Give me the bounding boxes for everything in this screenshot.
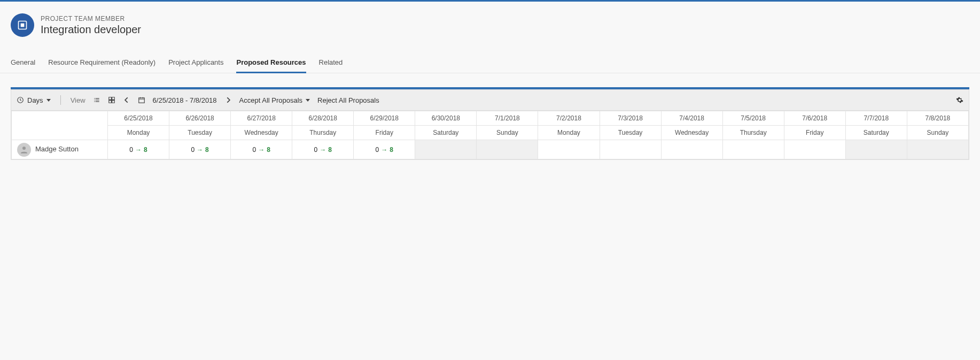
tab-general[interactable]: General: [11, 53, 35, 73]
schedule-cell[interactable]: [600, 140, 661, 159]
arrow-right-icon: →: [320, 146, 326, 154]
schedule-cell[interactable]: 0→8: [231, 140, 292, 159]
from-value: 0: [129, 146, 133, 154]
to-value: 8: [390, 146, 393, 154]
day-header: Tuesday: [600, 126, 661, 140]
list-icon: [93, 96, 100, 104]
from-value: 0: [376, 146, 379, 154]
from-value: 0: [191, 146, 195, 154]
svg-rect-1: [21, 24, 25, 27]
day-header: Tuesday: [169, 126, 231, 140]
date-header: 6/28/2018: [292, 111, 354, 126]
day-header: Wednesday: [231, 126, 292, 140]
date-header: 6/26/2018: [169, 111, 231, 126]
arrow-right-icon: →: [381, 146, 387, 154]
next-button[interactable]: [224, 96, 232, 104]
reject-all-label: Reject All Proposals: [317, 96, 379, 104]
granularity-label: Days: [27, 96, 43, 104]
day-header: Sunday: [907, 126, 968, 140]
prev-button[interactable]: [123, 96, 130, 104]
date-header: 7/2/2018: [538, 111, 600, 126]
schedule-cell[interactable]: [538, 140, 600, 159]
date-header: 6/25/2018: [108, 111, 169, 126]
from-value: 0: [314, 146, 318, 154]
date-range-label: 6/25/2018 - 7/8/2018: [153, 96, 217, 104]
day-header: Friday: [354, 126, 415, 140]
content: Days View 6/25/2018 - 7/8/2018 Acce: [0, 87, 980, 160]
granularity-picker[interactable]: Days: [17, 96, 51, 104]
avatar: [17, 143, 31, 157]
table-row: Madge Sutton0→80→80→80→80→8: [12, 140, 969, 159]
schedule-cell[interactable]: 0→8: [108, 140, 169, 159]
date-header: 7/1/2018: [477, 111, 538, 126]
tab-project-applicants[interactable]: Project Applicants: [168, 53, 223, 73]
schedule-cell[interactable]: [477, 140, 538, 159]
date-header: 7/6/2018: [784, 111, 845, 126]
schedule-cell[interactable]: 0→8: [354, 140, 415, 159]
date-header: 7/5/2018: [722, 111, 784, 126]
accept-all-button[interactable]: Accept All Proposals: [239, 96, 310, 104]
tab-proposed-resources[interactable]: Proposed Resources: [236, 53, 306, 73]
page-header: PROJECT TEAM MEMBER Integration develope…: [0, 2, 980, 53]
reject-all-button[interactable]: Reject All Proposals: [317, 96, 379, 104]
to-value: 8: [144, 146, 147, 154]
arrow-right-icon: →: [135, 146, 142, 154]
toolbar: Days View 6/25/2018 - 7/8/2018 Acce: [11, 89, 969, 111]
svg-rect-3: [138, 98, 144, 103]
day-header: Saturday: [415, 126, 477, 140]
day-header: Monday: [538, 126, 600, 140]
schedule-cell[interactable]: [661, 140, 722, 159]
schedule-cell[interactable]: 0→8: [292, 140, 354, 159]
tab-related[interactable]: Related: [319, 53, 343, 73]
to-value: 8: [328, 146, 332, 154]
date-header: 7/8/2018: [907, 111, 968, 126]
page-root: PROJECT TEAM MEMBER Integration develope…: [0, 0, 980, 360]
day-header: Monday: [108, 126, 169, 140]
chevron-down-icon: [46, 99, 51, 102]
accept-all-label: Accept All Proposals: [239, 96, 303, 104]
day-header: Thursday: [722, 126, 784, 140]
view-label: View: [71, 96, 85, 104]
day-header: Sunday: [477, 126, 538, 140]
clock-icon: [17, 96, 24, 104]
schedule-cell[interactable]: [722, 140, 784, 159]
schedule-cell[interactable]: [907, 140, 968, 159]
date-header: 7/4/2018: [661, 111, 722, 126]
date-header: 6/27/2018: [231, 111, 292, 126]
day-header: Friday: [784, 126, 845, 140]
grid-icon: [108, 96, 115, 104]
date-picker-button[interactable]: [138, 96, 145, 104]
schedule-grid: 6/25/20186/26/20186/27/20186/28/20186/29…: [11, 111, 969, 160]
header-text: PROJECT TEAM MEMBER Integration develope…: [41, 15, 141, 36]
separator: [60, 95, 61, 105]
to-value: 8: [267, 146, 270, 154]
date-header: 7/7/2018: [845, 111, 907, 126]
schedule-cell[interactable]: [784, 140, 845, 159]
date-header: 7/3/2018: [600, 111, 661, 126]
view-grid-button[interactable]: [108, 96, 115, 104]
tab-resource-requirement-readonly-[interactable]: Resource Requirement (Readonly): [48, 53, 155, 73]
date-header: 6/30/2018: [415, 111, 477, 126]
day-header: Thursday: [292, 126, 354, 140]
entity-icon: [11, 13, 34, 37]
to-value: 8: [205, 146, 209, 154]
gear-icon: [956, 96, 963, 104]
schedule-cell[interactable]: [415, 140, 477, 159]
resource-header: [12, 111, 108, 140]
breadcrumb: PROJECT TEAM MEMBER: [41, 15, 141, 22]
svg-point-4: [22, 147, 26, 150]
day-header: Wednesday: [661, 126, 722, 140]
tabs: GeneralResource Requirement (Readonly)Pr…: [0, 53, 980, 73]
calendar-icon: [138, 96, 145, 104]
schedule-cell[interactable]: 0→8: [169, 140, 231, 159]
day-header: Saturday: [845, 126, 907, 140]
schedule-cell[interactable]: [845, 140, 907, 159]
view-list-button[interactable]: [93, 96, 100, 104]
resource-cell[interactable]: Madge Sutton: [12, 140, 108, 159]
date-header: 6/29/2018: [354, 111, 415, 126]
chevron-left-icon: [123, 96, 130, 104]
chevron-right-icon: [224, 96, 232, 104]
settings-button[interactable]: [956, 96, 963, 104]
resource-name: Madge Sutton: [35, 145, 79, 153]
page-title: Integration developer: [41, 24, 141, 36]
